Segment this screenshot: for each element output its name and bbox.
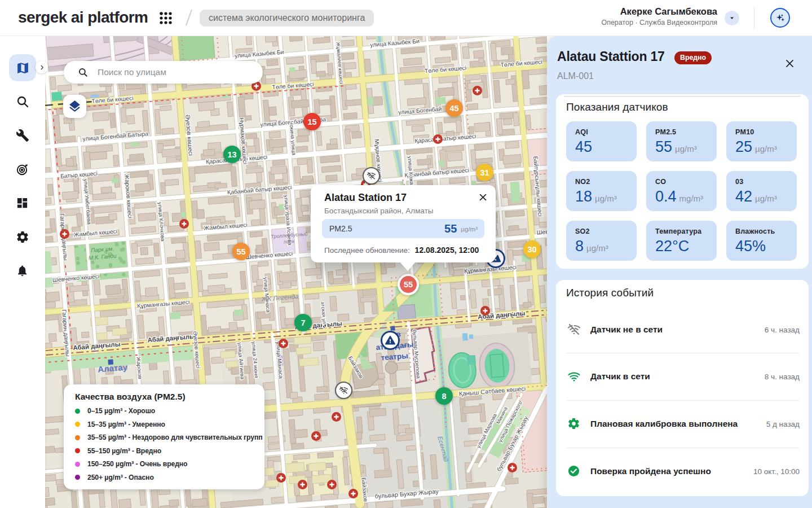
svg-text:Шевч: Шевч: [536, 227, 547, 235]
svg-text:парк: парк: [284, 238, 295, 245]
